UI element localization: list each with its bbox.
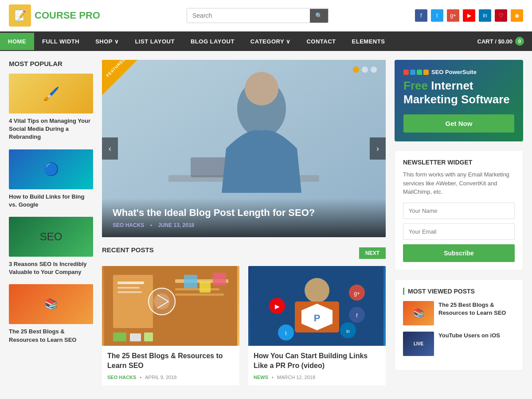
social-googleplus[interactable]: g+: [447, 9, 459, 22]
social-youtube[interactable]: ▶: [463, 9, 475, 22]
svg-rect-8: [117, 287, 140, 289]
svg-rect-20: [184, 275, 197, 288]
posts-grid: The 25 Best Blogs & Resources to Learn S…: [102, 266, 386, 385]
svg-text:g+: g+: [354, 290, 360, 297]
social-pinterest[interactable]: ♡: [495, 9, 507, 22]
newsletter-widget: NEWSLETTER WIDGET This form works with a…: [395, 150, 523, 270]
popular-item-title-0[interactable]: 4 Vital Tips on Managing Your Social Med…: [9, 117, 93, 141]
nav-elements[interactable]: ELEMENTS: [344, 33, 393, 50]
slider-dots: [353, 66, 377, 73]
slider-dot-0[interactable]: [353, 66, 359, 73]
svg-rect-19: [144, 332, 153, 341]
post-category-0[interactable]: SEO HACKS: [107, 375, 136, 380]
nav-full-width[interactable]: FULL WIDTH: [34, 33, 87, 50]
post-title-1[interactable]: How You Can Start Building Links Like a …: [254, 351, 380, 371]
svg-text:P: P: [314, 313, 321, 324]
popular-item-title-1[interactable]: How to Build Links for Bing vs. Google: [9, 193, 93, 209]
social-rss[interactable]: ◉: [511, 9, 523, 22]
nav-list-layout[interactable]: LIST LAYOUT: [127, 33, 183, 50]
logo[interactable]: 📝 COURSE PRO: [9, 4, 100, 27]
slider-dot-1[interactable]: [362, 66, 368, 73]
ad-headline: Free Internet Marketing Software: [403, 79, 514, 106]
list-item: LIVE YouTube Users on iOS: [403, 332, 515, 356]
list-item: 🔵 How to Build Links for Bing vs. Google: [9, 149, 93, 209]
slider-next[interactable]: ›: [370, 137, 386, 160]
nav-home[interactable]: HOME: [0, 33, 34, 50]
post-title-0[interactable]: The 25 Best Blogs & Resources to Learn S…: [107, 351, 234, 371]
post-body-1: How You Can Start Building Links Like a …: [248, 346, 386, 385]
sidebar-right: SEO PowerSuite Free Internet Marketing S…: [395, 60, 523, 385]
slider-dot-2[interactable]: [371, 66, 377, 73]
svg-point-11: [154, 293, 170, 309]
cart-button[interactable]: CART / $0.00 0: [469, 31, 532, 51]
post-date-1: MARCH 12, 2018: [277, 375, 315, 380]
nav-category[interactable]: CATEGORY ∨: [243, 33, 299, 50]
viewed-title-1[interactable]: YouTube Users on iOS: [438, 332, 500, 340]
slider-category[interactable]: SEO HACKS: [113, 222, 144, 228]
popular-item-title-2[interactable]: 3 Reasons SEO Is Incredibly Valuable to …: [9, 260, 93, 276]
search-button[interactable]: 🔍: [310, 9, 328, 23]
social-linkedin[interactable]: in: [479, 9, 491, 22]
slider-date: JUNE 13, 2018: [158, 222, 194, 228]
newsletter-name-input[interactable]: [403, 203, 515, 219]
slider-prev[interactable]: ‹: [102, 137, 118, 160]
slider-title[interactable]: What's the Ideal Blog Post Length for SE…: [113, 207, 375, 219]
ad-banner: SEO PowerSuite Free Internet Marketing S…: [395, 60, 523, 141]
ad-free: Free: [403, 79, 428, 92]
svg-rect-17: [113, 332, 126, 341]
recent-posts-section: RECENT POSTS NEXT: [102, 246, 386, 385]
nav-contact[interactable]: CONTACT: [298, 33, 344, 50]
subscribe-button[interactable]: Subscribe: [403, 244, 515, 262]
brand-sq-yellow: [423, 70, 429, 75]
viewed-thumb-0: 📚: [403, 301, 434, 325]
most-popular-title: MOST POPULAR: [9, 60, 93, 67]
header: 📝 COURSE PRO 🔍 f t g+ ▶ in ♡ ◉: [0, 0, 532, 31]
post-meta-1: NEWS • MARCH 12, 2018: [254, 375, 380, 380]
svg-rect-7: [117, 282, 144, 284]
nav-shop[interactable]: SHOP ∨: [87, 33, 127, 50]
next-button[interactable]: NEXT: [359, 247, 386, 259]
post-body-0: The 25 Best Blogs & Resources to Learn S…: [102, 346, 239, 385]
post-card-0: The 25 Best Blogs & Resources to Learn S…: [102, 266, 239, 385]
popular-item-title-3[interactable]: The 25 Best Blogs & Resources to Learn S…: [9, 328, 93, 344]
svg-rect-21: [200, 282, 211, 293]
svg-rect-15: [175, 288, 219, 290]
popular-thumb-3: 📚: [9, 284, 93, 324]
svg-point-4: [245, 72, 278, 106]
ad-brand: SEO PowerSuite: [403, 69, 514, 75]
search-input[interactable]: [187, 8, 310, 23]
ad-cta-button[interactable]: Get Now: [403, 114, 514, 133]
slider-caption: What's the Ideal Blog Post Length for SE…: [102, 198, 386, 237]
search-icon: 🔍: [315, 12, 323, 19]
social-facebook[interactable]: f: [415, 9, 427, 22]
post-card-1: P ▶ g+ t in f: [248, 266, 386, 385]
svg-text:in: in: [346, 329, 350, 334]
viewed-title-0[interactable]: The 25 Best Blogs & Resources to Learn S…: [438, 301, 515, 317]
recent-posts-title: RECENT POSTS: [102, 246, 154, 254]
popular-thumb-0: 🖌️: [9, 74, 93, 113]
main-content: FEATURED ‹ › What's the Ideal Blog Post …: [102, 60, 386, 385]
popular-thumb-2: SEO: [9, 217, 93, 257]
svg-rect-18: [130, 333, 141, 341]
sidebar-left: MOST POPULAR 🖌️ 4 Vital Tips on Managing…: [9, 60, 93, 385]
svg-rect-22: [213, 273, 226, 285]
post-date-0: APRIL 9, 2018: [145, 375, 176, 380]
svg-text:▶: ▶: [275, 303, 280, 310]
social-twitter[interactable]: t: [431, 9, 443, 22]
logo-text: COURSE PRO: [35, 10, 100, 21]
brand-sq-green: [417, 70, 422, 75]
svg-rect-16: [175, 293, 224, 296]
list-item: 🖌️ 4 Vital Tips on Managing Your Social …: [9, 74, 93, 141]
post-category-1[interactable]: NEWS: [254, 375, 268, 380]
nav-blog-layout[interactable]: BLOG LAYOUT: [183, 33, 243, 50]
slider-meta: SEO HACKS • JUNE 13, 2018: [113, 222, 375, 228]
post-thumb-1: P ▶ g+ t in f: [248, 266, 386, 346]
popular-thumb-1: 🔵: [9, 149, 93, 189]
logo-icon: 📝: [9, 4, 31, 27]
main-nav: HOME FULL WIDTH SHOP ∨ LIST LAYOUT BLOG …: [0, 31, 532, 51]
newsletter-title: NEWSLETTER WIDGET: [403, 159, 515, 166]
main-layout: MOST POPULAR 🖌️ 4 Vital Tips on Managing…: [0, 51, 532, 394]
newsletter-email-input[interactable]: [403, 223, 515, 240]
newsletter-description: This form works with any Email Marketing…: [403, 170, 515, 196]
recent-posts-header: RECENT POSTS NEXT: [102, 246, 386, 260]
